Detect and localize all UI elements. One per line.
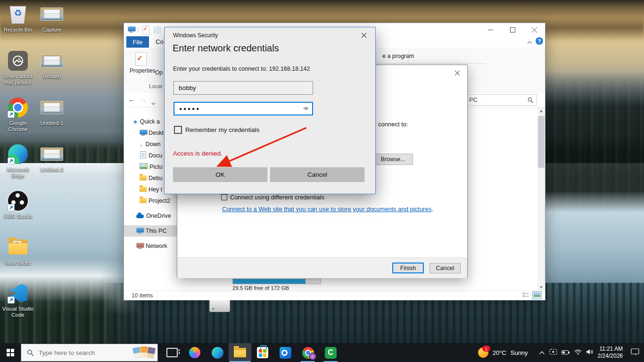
file-explorer-taskbar-button[interactable] xyxy=(229,343,251,362)
desktop-icon-new-folder[interactable]: New folder xyxy=(0,236,36,266)
different-credentials-checkbox[interactable] xyxy=(221,194,227,200)
ribbon-collapse-chevron-icon[interactable] xyxy=(527,39,532,46)
connect-website-link[interactable]: Connect to a Web site that you can use t… xyxy=(222,206,431,213)
desktop-icon xyxy=(140,130,147,137)
microsoft-store-button[interactable] xyxy=(251,343,274,362)
downloads-arrow-icon: ↓ xyxy=(140,141,143,148)
remember-credentials-checkbox[interactable] xyxy=(174,126,182,134)
tab-computer-partial[interactable]: Co xyxy=(156,38,164,45)
uninstall-program-button-partial[interactable]: e a program xyxy=(382,53,414,59)
search-input[interactable] xyxy=(38,349,127,357)
back-button[interactable]: ← xyxy=(128,95,135,103)
start-button[interactable] xyxy=(0,343,21,362)
finish-button[interactable]: Finish xyxy=(392,263,424,273)
folder-icon xyxy=(140,197,147,205)
picture-info-icon xyxy=(7,49,29,72)
cancel-button[interactable]: Cancel xyxy=(270,167,364,182)
qat-new-folder-icon[interactable] xyxy=(153,26,161,33)
ok-button[interactable]: OK xyxy=(173,167,267,182)
desktop-icon-capture[interactable]: Capture xyxy=(34,3,70,33)
this-pc-icon xyxy=(136,228,143,235)
search-icon xyxy=(27,349,34,356)
remember-credentials-label: Remember my credentials xyxy=(185,126,260,133)
screenshot-thumbnail-icon xyxy=(41,143,63,165)
windows-security-dialog: Windows Security Enter network credentia… xyxy=(164,27,376,194)
copilot-button[interactable] xyxy=(183,343,206,362)
thumbnail-view-icon[interactable] xyxy=(532,291,542,299)
weather-badge: 1 xyxy=(482,346,490,352)
sidebar-item-network[interactable]: Network xyxy=(124,240,177,252)
dialog-close-icon[interactable] xyxy=(360,32,368,39)
tab-file[interactable]: File xyxy=(126,36,149,48)
minimize-button[interactable] xyxy=(480,23,501,36)
weather-temp[interactable]: 20°C xyxy=(493,349,506,356)
desktop-icon-obs-studio[interactable]: OBS Studio xyxy=(0,189,36,220)
volume-icon[interactable] xyxy=(586,348,594,357)
help-icon[interactable]: ? xyxy=(536,37,543,45)
ribbon-open-partial[interactable]: Op xyxy=(155,69,163,76)
shortcut-arrow-icon xyxy=(8,111,15,118)
this-pc-window-icon xyxy=(128,26,135,32)
network-icon xyxy=(136,243,143,250)
screenshot-thumbnail-icon xyxy=(41,3,63,25)
disk-usage-fill xyxy=(233,279,305,284)
desktop-icon-untitled[interactable]: Untitled xyxy=(34,49,70,80)
chrome-profile-badge: ☺ xyxy=(309,353,316,360)
sidebar-item-this-pc[interactable]: This PC xyxy=(124,225,177,237)
folder-icon xyxy=(7,236,29,259)
disk-usage-bar xyxy=(232,279,321,284)
vertical-scrollbar[interactable]: ▲ ▼ xyxy=(537,107,545,290)
ribbon-properties-button[interactable]: Properties xyxy=(130,50,152,80)
status-divider xyxy=(157,292,157,299)
browse-button[interactable]: Browse... xyxy=(373,154,413,165)
battery-icon[interactable] xyxy=(561,348,570,357)
meet-now-icon[interactable] xyxy=(549,348,557,357)
desktop-icon-label: Untitled xyxy=(34,74,70,80)
sidebar-item-onedrive[interactable]: OneDrive xyxy=(124,210,177,222)
edge-icon xyxy=(7,143,29,165)
qat-separator: | xyxy=(138,25,139,33)
scroll-up-icon[interactable]: ▲ xyxy=(537,107,545,114)
password-reveal-eye-icon[interactable] xyxy=(302,105,310,114)
task-view-button[interactable] xyxy=(161,343,183,362)
dialog-title: Windows Security xyxy=(173,32,218,39)
desktop-icon-learn-about-picture[interactable]: Learn about this picture xyxy=(0,49,36,86)
edge-taskbar-button[interactable] xyxy=(206,343,229,362)
desktop-icon-microsoft-edge[interactable]: Microsoft Edge xyxy=(0,143,36,179)
search-highlights-cards-icon[interactable] xyxy=(133,346,156,359)
close-button[interactable] xyxy=(524,23,545,36)
password-field[interactable] xyxy=(173,102,313,115)
outlook-button[interactable] xyxy=(274,343,297,362)
sidebar-item-project2-folder[interactable]: Project2 xyxy=(124,195,177,206)
windows-logo-icon xyxy=(7,349,14,356)
desktop-icon-vscode[interactable]: Visual Studio Code xyxy=(0,282,36,318)
recent-locations-chevron-icon[interactable] xyxy=(151,99,156,107)
obs-icon xyxy=(7,189,29,212)
scrollbar-thumb[interactable] xyxy=(538,116,545,168)
taskbar-search-box[interactable] xyxy=(21,344,158,362)
forward-button[interactable]: → xyxy=(140,95,147,103)
tray-overflow-chevron-icon[interactable] xyxy=(539,348,545,357)
pictures-icon xyxy=(140,163,148,171)
connect-to-text-partial: connect to: xyxy=(378,121,408,128)
clock[interactable]: 11:21 AM 2/24/2026 xyxy=(598,346,623,360)
action-center-icon[interactable] xyxy=(631,348,639,357)
local-disk-icon[interactable] xyxy=(209,299,230,312)
maximize-button[interactable] xyxy=(502,23,523,36)
weather-condition[interactable]: Sunny xyxy=(511,349,528,356)
desktop-icon-untitled-1[interactable]: Untitled-1 xyxy=(34,96,70,126)
dialog-close-icon[interactable] xyxy=(453,69,462,77)
details-view-icon[interactable] xyxy=(523,292,529,298)
desktop-icon-label: Google Chrome xyxy=(0,120,36,132)
scroll-down-icon[interactable]: ▼ xyxy=(537,284,545,290)
desktop-icon-recycle-bin[interactable]: ♻ Recycle Bin xyxy=(0,3,36,33)
cancel-button[interactable]: Cancel xyxy=(429,263,461,273)
weather-button[interactable]: 1 xyxy=(478,347,488,358)
camtasia-button[interactable]: C xyxy=(319,343,342,362)
qat-properties-icon[interactable]: ✓ xyxy=(142,25,149,34)
desktop-icon-untitled-2[interactable]: Untitled-2 xyxy=(34,143,70,173)
chrome-taskbar-button[interactable]: ☺ xyxy=(297,343,319,362)
wifi-icon[interactable] xyxy=(574,348,582,357)
username-field[interactable] xyxy=(173,81,313,95)
desktop-icon-google-chrome[interactable]: Google Chrome xyxy=(0,96,36,132)
